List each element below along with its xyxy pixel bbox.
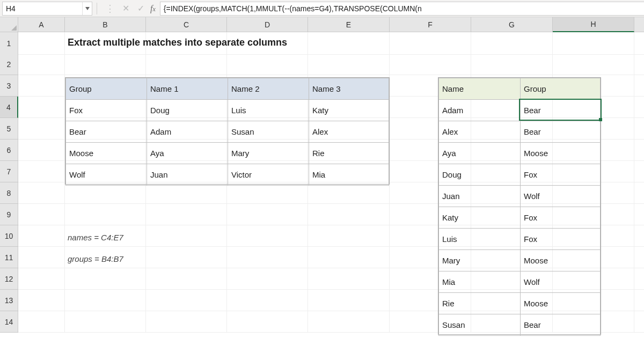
table-cell[interactable]: Bear [66, 121, 147, 143]
row-head-7[interactable]: 7 [0, 161, 18, 182]
cell[interactable] [308, 247, 390, 268]
col-head-A[interactable]: A [18, 17, 65, 32]
cell[interactable] [18, 268, 65, 290]
row-head-6[interactable]: 6 [0, 139, 18, 161]
cell[interactable] [146, 32, 227, 55]
cell[interactable] [146, 268, 227, 290]
cell[interactable] [18, 54, 65, 75]
row-head-5[interactable]: 5 [0, 118, 18, 139]
cell[interactable] [18, 75, 65, 97]
cell[interactable] [634, 247, 644, 268]
table-cell[interactable]: Wolf [66, 164, 147, 186]
cell[interactable] [634, 311, 644, 333]
cell[interactable] [634, 204, 644, 225]
cell[interactable] [634, 118, 644, 139]
row-head-2[interactable]: 2 [0, 54, 18, 75]
cell[interactable] [553, 32, 634, 55]
table-cell[interactable]: Juan [147, 164, 228, 186]
cell[interactable] [65, 290, 146, 311]
formula-input[interactable]: {=INDEX(groups,MATCH(1,MMULT(--(names=G4… [160, 2, 644, 16]
spreadsheet-grid[interactable]: A B C D E F G H I [0, 17, 644, 32]
col-head-F[interactable]: F [390, 17, 471, 32]
cell[interactable] [227, 290, 308, 311]
table-cell[interactable]: Rie [439, 293, 521, 314]
table-cell[interactable]: Katy [439, 207, 521, 229]
col-head-B[interactable]: B [65, 17, 146, 32]
cell[interactable] [308, 182, 390, 204]
cell[interactable] [18, 290, 65, 311]
name-box[interactable]: H4 [2, 2, 92, 16]
cell[interactable] [553, 54, 634, 75]
table-cell[interactable]: Susan [439, 314, 521, 336]
table-cell[interactable]: Doug [147, 100, 228, 121]
table-cell[interactable]: Luis [228, 100, 309, 121]
cell[interactable] [146, 225, 227, 247]
cell[interactable] [308, 54, 390, 75]
table-cell[interactable]: Juan [439, 186, 521, 207]
row-head-10[interactable]: 10 [0, 225, 18, 247]
cell[interactable] [227, 182, 308, 204]
cell[interactable] [634, 54, 644, 75]
cell[interactable] [65, 182, 146, 204]
select-all-corner[interactable] [0, 17, 18, 32]
row-head-8[interactable]: 8 [0, 182, 18, 204]
table-cell[interactable]: Adam [147, 121, 228, 143]
cell[interactable] [308, 290, 390, 311]
col-head-C[interactable]: C [146, 17, 227, 32]
cell[interactable] [65, 247, 146, 268]
cell[interactable] [227, 311, 308, 333]
table-cell[interactable]: Bear [521, 121, 601, 143]
cell[interactable] [18, 32, 65, 55]
table-cell[interactable]: Adam [439, 100, 521, 121]
cell[interactable] [227, 268, 308, 290]
cell[interactable] [18, 204, 65, 225]
table-cell[interactable]: Fox [66, 100, 147, 121]
row-head-12[interactable]: 12 [0, 268, 18, 290]
cell[interactable] [634, 268, 644, 290]
cell[interactable] [634, 290, 644, 311]
row-head-1[interactable]: 1 [0, 32, 18, 55]
cell[interactable] [146, 247, 227, 268]
col-head-I[interactable]: I [634, 17, 644, 32]
table-cell[interactable]: Bear [521, 314, 601, 336]
table-cell[interactable]: Fox [521, 164, 601, 186]
row-head-14[interactable]: 14 [0, 311, 18, 333]
cell[interactable] [18, 225, 65, 247]
cell[interactable] [634, 225, 644, 247]
cell[interactable] [308, 311, 390, 333]
table-cell[interactable]: Mary [439, 250, 521, 271]
cell[interactable] [308, 204, 390, 225]
cell[interactable] [18, 182, 65, 204]
cell[interactable] [146, 182, 227, 204]
cell[interactable] [146, 290, 227, 311]
table-cell[interactable]: Aya [147, 143, 228, 164]
cell[interactable] [634, 97, 644, 118]
cell[interactable] [146, 311, 227, 333]
table-cell[interactable]: Mary [228, 143, 309, 164]
table-cell[interactable]: Mia [439, 271, 521, 293]
table-cell[interactable]: Fox [521, 229, 601, 250]
row-head-13[interactable]: 13 [0, 290, 18, 311]
cancel-formula-button[interactable]: ✕ [118, 2, 133, 16]
table-cell[interactable]: Moose [521, 293, 601, 314]
cell[interactable] [18, 161, 65, 182]
table-cell[interactable]: Susan [228, 121, 309, 143]
table-cell[interactable]: Katy [309, 100, 389, 121]
cell[interactable] [308, 268, 390, 290]
cell[interactable] [634, 161, 644, 182]
cell[interactable] [227, 32, 308, 55]
table-cell[interactable]: Mia [309, 164, 389, 186]
cell[interactable] [634, 75, 644, 97]
cell[interactable] [227, 204, 308, 225]
col-head-D[interactable]: D [227, 17, 308, 32]
cell[interactable] [390, 32, 471, 55]
cell[interactable] [390, 54, 471, 75]
cell[interactable] [471, 32, 553, 55]
cell[interactable] [65, 311, 146, 333]
cell[interactable] [65, 268, 146, 290]
table-cell[interactable]: Victor [228, 164, 309, 186]
col-head-H[interactable]: H [553, 17, 634, 32]
fill-handle[interactable] [599, 118, 602, 121]
table-cell[interactable]: Luis [439, 229, 521, 250]
table-cell[interactable]: Moose [521, 143, 601, 164]
